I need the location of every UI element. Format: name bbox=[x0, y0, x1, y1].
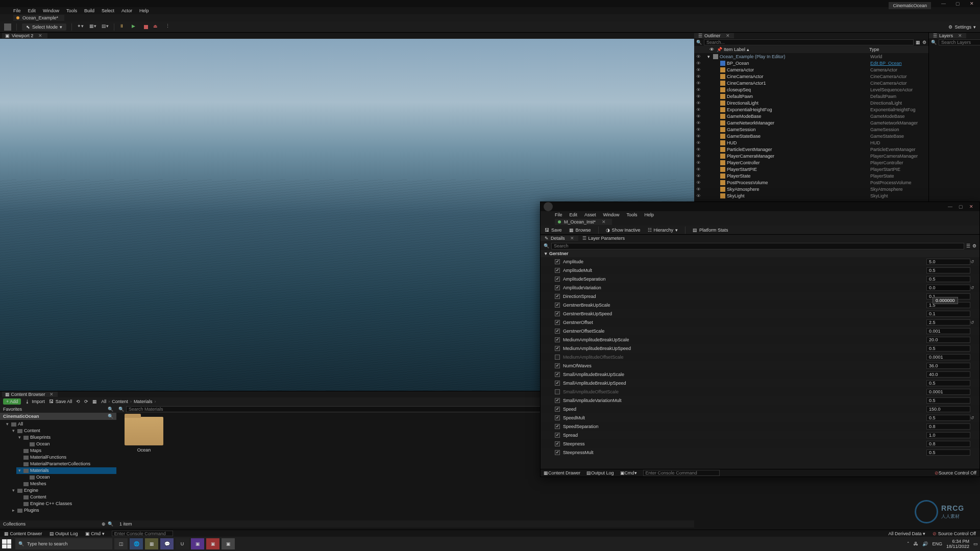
add-folder-icon[interactable]: ▦ bbox=[916, 40, 920, 45]
menu-item-edit[interactable]: Edit bbox=[570, 212, 578, 217]
visibility-icon[interactable]: 👁 bbox=[696, 127, 701, 132]
pause-icon[interactable]: ⏸ bbox=[119, 23, 127, 31]
param-override-checkbox[interactable] bbox=[555, 285, 560, 290]
history-back-icon[interactable]: ⟲ bbox=[76, 399, 80, 404]
param-override-checkbox[interactable] bbox=[555, 294, 560, 299]
outliner-row[interactable]: 👁PostProcessVolumePostProcessVolume bbox=[694, 179, 928, 186]
stop-icon[interactable] bbox=[144, 25, 148, 29]
add-button[interactable]: + Add bbox=[3, 398, 21, 405]
visibility-icon[interactable]: 👁 bbox=[696, 94, 701, 99]
add-collection-icon[interactable]: ⊕ bbox=[102, 521, 106, 527]
param-value-input[interactable]: 40.0 bbox=[926, 371, 970, 378]
param-value-input[interactable]: 2.5 bbox=[926, 319, 970, 325]
param-override-checkbox[interactable] bbox=[555, 389, 560, 394]
param-value-input[interactable]: 0.0001 bbox=[926, 389, 970, 395]
outliner-header-type[interactable]: Type bbox=[869, 47, 925, 52]
visibility-icon[interactable]: 👁 bbox=[696, 173, 701, 179]
param-override-checkbox[interactable] bbox=[555, 268, 560, 273]
menu-item-select[interactable]: Select bbox=[102, 8, 114, 13]
folder-icon[interactable]: ▦ bbox=[92, 399, 97, 404]
history-fwd-icon[interactable]: ⟳ bbox=[84, 399, 88, 404]
param-override-checkbox[interactable] bbox=[555, 259, 560, 264]
console-input[interactable] bbox=[112, 531, 173, 536]
visibility-icon[interactable]: 👁 bbox=[696, 87, 701, 92]
taskbar-app[interactable]: 🌐 bbox=[130, 538, 143, 549]
menu-item-tools[interactable]: Tools bbox=[66, 8, 77, 13]
save-all-button[interactable]: 🖫 Save All bbox=[49, 399, 72, 404]
tree-node[interactable]: Maps bbox=[16, 447, 116, 454]
material-instance-editor-window[interactable]: — ▢ ✕ FileEditAssetWindowToolsHelp M_Oce… bbox=[540, 202, 980, 477]
taskbar-clock[interactable]: 6:34 PM 18/11/2022 bbox=[946, 539, 969, 549]
level-tab[interactable]: Ocean_Example* bbox=[13, 15, 64, 21]
expander-icon[interactable]: ▸ bbox=[12, 507, 16, 514]
source-root[interactable]: CinematicOcean 🔍 bbox=[0, 413, 116, 420]
search-icon[interactable]: 🔍 bbox=[108, 521, 113, 527]
param-override-checkbox[interactable] bbox=[555, 407, 560, 412]
visibility-icon[interactable]: 👁 bbox=[696, 187, 701, 192]
param-override-checkbox[interactable] bbox=[555, 363, 560, 368]
param-value-input[interactable]: 0.5 bbox=[926, 267, 970, 273]
param-value-input[interactable]: 0.0 bbox=[926, 285, 970, 291]
outliner-tab[interactable]: ☰ Outliner ✕ bbox=[694, 33, 734, 38]
start-button[interactable] bbox=[2, 539, 11, 548]
select-mode-dropdown[interactable]: ⬉ Select Mode ▾ bbox=[22, 23, 66, 31]
search-icon[interactable]: 🔍 bbox=[108, 414, 113, 419]
tree-node[interactable]: MaterialFunctions bbox=[16, 454, 116, 461]
outliner-row[interactable]: 👁closeupSeqLevelSequenceActor bbox=[694, 86, 928, 93]
windows-taskbar[interactable]: 🔍 Type here to search ◫ 🌐 ▦ 💬 U ▣ ▣ ▣ ˄ … bbox=[0, 537, 980, 551]
param-override-checkbox[interactable] bbox=[555, 346, 560, 351]
output-log-button[interactable]: ▤Output Log bbox=[586, 470, 614, 475]
expander-icon[interactable]: ▾ bbox=[12, 487, 16, 494]
visibility-icon[interactable]: 👁 bbox=[696, 193, 701, 198]
expander-icon[interactable]: ▾ bbox=[12, 428, 16, 434]
viewport-tab[interactable]: ▣ Viewport 2 ✕ bbox=[2, 33, 47, 38]
outliner-row[interactable]: 👁DirectionalLightDirectionalLight bbox=[694, 99, 928, 106]
visibility-icon[interactable]: 👁 bbox=[696, 140, 701, 145]
menu-item-build[interactable]: Build bbox=[84, 8, 94, 13]
outliner-row[interactable]: 👁CameraActorCameraActor bbox=[694, 66, 928, 73]
outliner-row[interactable]: 👁CineCameraActor1CineCameraActor bbox=[694, 80, 928, 86]
param-value-input[interactable]: 0.5 bbox=[926, 345, 970, 352]
taskbar-app[interactable]: ▣ bbox=[191, 538, 204, 549]
favorites-header[interactable]: Favorites 🔍 bbox=[0, 406, 116, 413]
sequencer-icon[interactable]: ▤▾ bbox=[102, 23, 109, 31]
settings-icon[interactable]: ⚙ bbox=[972, 243, 976, 248]
settings-dropdown[interactable]: ⚙ Settings ▾ bbox=[948, 24, 976, 30]
expander-icon[interactable]: ▾ bbox=[6, 421, 10, 428]
platform-stats-button[interactable]: ▤Platform Stats bbox=[693, 228, 728, 233]
task-view-icon[interactable]: ◫ bbox=[114, 538, 128, 549]
menu-item-tools[interactable]: Tools bbox=[627, 212, 638, 217]
save-all-icon[interactable] bbox=[4, 23, 11, 31]
cmd-dropdown[interactable]: ▣Cmd▾ bbox=[620, 470, 637, 475]
param-value-input[interactable]: 1.0 bbox=[926, 432, 970, 438]
outliner-row[interactable]: 👁GameSessionGameSession bbox=[694, 126, 928, 133]
param-override-checkbox[interactable] bbox=[555, 355, 560, 360]
expander-icon[interactable]: ▾ bbox=[18, 434, 22, 441]
close-icon[interactable]: ✕ bbox=[50, 392, 54, 397]
outliner-row[interactable]: 👁SkyLightSkyLight bbox=[694, 192, 928, 199]
param-value-input[interactable]: 0.5 bbox=[926, 397, 970, 404]
layer-params-tab[interactable]: ☰ Layer Parameters bbox=[578, 236, 629, 241]
taskbar-app[interactable]: ▣ bbox=[222, 538, 235, 549]
param-group-gerstner[interactable]: ▾ Gerstner bbox=[541, 250, 979, 257]
outliner-row[interactable]: 👁PlayerStartPIEPlayerStartPIE bbox=[694, 166, 928, 172]
outliner-header-label[interactable]: Item Label ▴ bbox=[724, 47, 869, 52]
menu-item-help[interactable]: Help bbox=[139, 8, 149, 13]
param-override-checkbox[interactable] bbox=[555, 372, 560, 377]
cmd-dropdown[interactable]: ▣ Cmd ▾ bbox=[85, 531, 105, 536]
tree-node[interactable]: Ocean bbox=[22, 474, 116, 481]
param-value-input[interactable]: 0.5 bbox=[926, 415, 970, 421]
window-close-icon[interactable]: ✕ bbox=[970, 1, 977, 6]
param-override-checkbox[interactable] bbox=[555, 424, 560, 429]
visibility-icon[interactable]: 👁 bbox=[696, 74, 701, 79]
search-icon[interactable]: 🔍 bbox=[108, 407, 113, 412]
param-override-checkbox[interactable] bbox=[555, 337, 560, 342]
content-drawer-button[interactable]: ▦ Content Drawer bbox=[4, 531, 42, 536]
layers-tab[interactable]: ☰ Layers ✕ bbox=[929, 33, 966, 38]
expander-icon[interactable]: ▾ bbox=[707, 54, 712, 59]
tree-node[interactable]: ▾Materials bbox=[16, 467, 116, 474]
eject-icon[interactable]: ⏏ bbox=[153, 23, 160, 31]
import-button[interactable]: ⭳ Import bbox=[25, 399, 45, 404]
param-override-checkbox[interactable] bbox=[555, 433, 560, 438]
outliner-row[interactable]: 👁BP_OceanEdit BP_Ocean bbox=[694, 60, 928, 66]
